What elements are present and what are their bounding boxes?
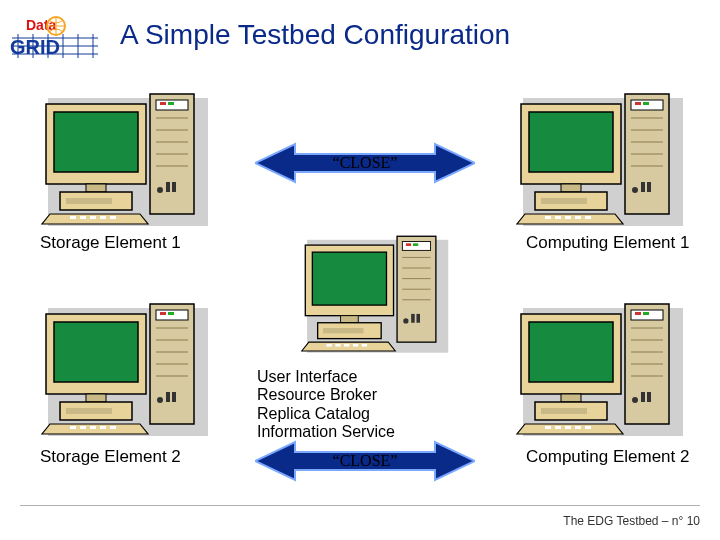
datagrid-logo: Data GRID <box>8 14 108 62</box>
computing-element-2-computer <box>515 300 685 440</box>
center-service-item: User Interface <box>257 368 395 386</box>
footer-divider <box>20 505 700 506</box>
footer-text: The EDG Testbed – n° 10 <box>563 514 700 528</box>
center-services-list: User Interface Resource Broker Replica C… <box>257 368 395 442</box>
center-services-computer <box>300 232 450 357</box>
close-arrow-top-label: “CLOSE” <box>255 142 475 184</box>
center-service-item: Information Service <box>257 423 395 441</box>
storage-element-2-label: Storage Element 2 <box>40 448 181 467</box>
center-service-item: Replica Catalog <box>257 405 395 423</box>
close-relation-arrow-bottom: “CLOSE” <box>255 440 475 482</box>
close-relation-arrow-top: “CLOSE” <box>255 142 475 184</box>
close-arrow-bottom-label: “CLOSE” <box>255 440 475 482</box>
center-service-item: Resource Broker <box>257 386 395 404</box>
storage-element-2-computer <box>40 300 210 440</box>
computing-element-1-computer <box>515 90 685 230</box>
slide-title: A Simple Testbed Configuration <box>120 18 690 52</box>
storage-element-1-label: Storage Element 1 <box>40 234 181 253</box>
logo-text-top: Data <box>26 17 57 33</box>
computing-element-1-label: Computing Element 1 <box>526 234 689 253</box>
computing-element-2-label: Computing Element 2 <box>526 448 689 467</box>
storage-element-1-computer <box>40 90 210 230</box>
logo-text-bottom: GRID <box>10 36 60 58</box>
